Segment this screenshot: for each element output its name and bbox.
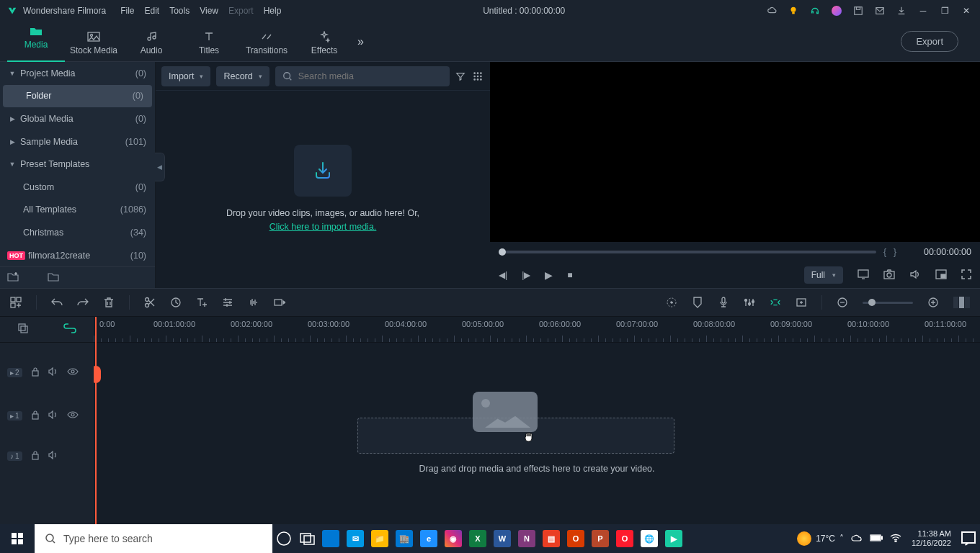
cortana-icon[interactable] (272, 524, 295, 553)
taskbar-app[interactable]: ▶ (662, 524, 686, 553)
undo-icon[interactable] (51, 297, 63, 308)
taskbar-app[interactable]: ◉ (441, 524, 466, 553)
taskbar-app[interactable]: ▤ (539, 524, 564, 553)
close-button[interactable]: ✕ (961, 6, 971, 16)
start-button[interactable] (0, 524, 35, 553)
pip-icon[interactable] (935, 269, 947, 282)
import-dropdown[interactable]: Import▾ (161, 66, 210, 86)
export-button[interactable]: Export (901, 31, 958, 52)
system-tray[interactable]: ˄ (835, 534, 906, 544)
visibility-icon[interactable] (67, 368, 79, 377)
prev-frame-button[interactable]: ◀| (499, 270, 507, 280)
taskbar-app[interactable]: X (466, 524, 490, 553)
tab-effects[interactable]: Effects (295, 27, 353, 55)
notifications-icon[interactable] (957, 524, 980, 553)
redo-icon[interactable] (77, 297, 89, 308)
zoom-in-icon[interactable] (927, 297, 939, 308)
timeline-ruler[interactable]: 0:0000:01:00:0000:02:00:0000:03:00:0000:… (94, 317, 980, 343)
menu-view[interactable]: View (200, 6, 218, 16)
add-track-icon[interactable] (10, 297, 22, 308)
taskbar-app[interactable]: P (588, 524, 612, 553)
maximize-button[interactable]: ❐ (940, 6, 950, 16)
collapse-sidebar-button[interactable]: ◀ (155, 153, 165, 181)
next-frame-button[interactable]: |▶ (522, 270, 530, 280)
mute-icon[interactable] (48, 410, 58, 421)
sidebar-folder[interactable]: Folder(0) (3, 85, 152, 108)
weather-widget[interactable]: 17°C (797, 531, 835, 546)
filter-icon[interactable] (455, 71, 467, 81)
auto-ripple-icon[interactable] (770, 297, 781, 308)
audio-wave-icon[interactable] (248, 297, 259, 308)
taskbar-app[interactable]: N (514, 524, 539, 553)
sidebar-custom[interactable]: Custom(0) (0, 176, 155, 199)
sidebar-project-media[interactable]: ▼Project Media(0) (0, 62, 155, 85)
volume-icon[interactable] (909, 269, 921, 282)
taskbar-app[interactable]: O (612, 524, 637, 553)
new-folder-icon[interactable] (7, 271, 19, 284)
wifi-icon[interactable] (890, 534, 901, 544)
taskbar-app[interactable]: ✉ (343, 524, 368, 553)
mute-icon[interactable] (48, 367, 58, 377)
mail-icon[interactable] (875, 6, 885, 16)
taskbar-app[interactable]: 🌐 (637, 524, 662, 553)
task-view-icon[interactable] (295, 524, 318, 553)
search-media[interactable] (275, 66, 450, 86)
preview-viewport[interactable] (490, 62, 980, 242)
minimize-button[interactable]: ─ (918, 6, 928, 16)
sidebar-christmas[interactable]: Christmas(34) (0, 221, 155, 244)
import-drop-card[interactable] (294, 145, 352, 197)
record-dropdown[interactable]: Record▾ (216, 66, 269, 86)
taskbar-clock[interactable]: 11:38 AM 12/16/2022 (906, 529, 957, 548)
taskbar-app[interactable]: 🏬 (392, 524, 416, 553)
voiceover-icon[interactable] (718, 297, 729, 308)
sidebar-filmora12create[interactable]: HOTfilmora12create(10) (0, 244, 155, 267)
display-icon[interactable] (858, 269, 869, 282)
sidebar-preset-templates[interactable]: ▼Preset Templates (0, 153, 155, 176)
taskbar-app[interactable]: 📁 (368, 524, 392, 553)
sidebar-sample-media[interactable]: ▶Sample Media(101) (0, 130, 155, 153)
text-add-icon[interactable] (196, 297, 208, 308)
tab-transitions[interactable]: Transitions (238, 27, 295, 55)
tab-stock-media[interactable]: Stock Media (65, 27, 122, 55)
lock-icon[interactable] (31, 367, 40, 378)
grid-view-icon[interactable] (473, 71, 484, 81)
more-tabs-button[interactable]: » (357, 35, 364, 48)
track-video-1[interactable]: ▸1 (0, 402, 94, 429)
track-video-2[interactable]: ▸2 (0, 359, 94, 386)
download-icon[interactable] (896, 6, 906, 16)
lock-icon[interactable] (31, 410, 40, 421)
preview-scrubber[interactable] (499, 251, 876, 253)
save-icon[interactable] (853, 6, 863, 16)
adjust-icon[interactable] (222, 297, 233, 308)
import-media-link[interactable]: Click here to import media. (270, 222, 377, 232)
tab-audio[interactable]: Audio (122, 27, 180, 55)
zoom-out-icon[interactable] (837, 297, 848, 308)
brackets-icon[interactable]: {} (883, 247, 904, 257)
tray-chevron-icon[interactable]: ˄ (839, 534, 844, 544)
lock-icon[interactable] (31, 450, 40, 462)
menu-tools[interactable]: Tools (169, 6, 190, 16)
split-icon[interactable] (144, 297, 156, 308)
menu-file[interactable]: File (120, 6, 134, 16)
marker-shield-icon[interactable] (692, 297, 703, 308)
menu-edit[interactable]: Edit (145, 6, 160, 16)
play-button[interactable]: ▶ (545, 269, 553, 281)
keyframe-icon[interactable] (274, 297, 285, 308)
sidebar-global-media[interactable]: ▶Global Media(0) (0, 107, 155, 130)
quality-select[interactable]: Full▾ (804, 266, 843, 284)
zoom-slider[interactable] (863, 302, 913, 304)
headphones-icon[interactable] (810, 6, 820, 16)
link-icon[interactable] (63, 323, 76, 336)
profile-icon[interactable] (832, 6, 842, 16)
render-preview-icon[interactable] (666, 297, 677, 308)
lightbulb-icon[interactable] (788, 6, 798, 16)
visibility-icon[interactable] (67, 411, 79, 420)
track-audio-1[interactable]: ♪1 (0, 442, 94, 469)
sidebar-all-templates[interactable]: All Templates(1086) (0, 199, 155, 222)
crop-icon[interactable] (170, 297, 182, 308)
taskbar-app[interactable]: O (564, 524, 588, 553)
tab-media[interactable]: Media (7, 22, 65, 62)
taskbar-app[interactable]: e (416, 524, 441, 553)
cloud-icon[interactable] (767, 6, 777, 16)
taskbar-app[interactable] (318, 524, 343, 553)
